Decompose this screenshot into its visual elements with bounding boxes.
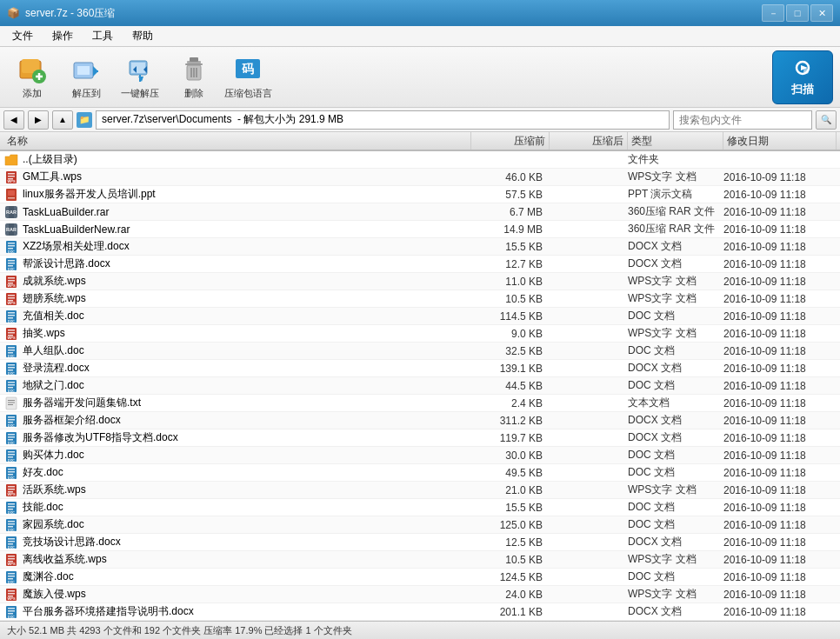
- svg-rect-84: [8, 387, 13, 389]
- search-button[interactable]: 🔍: [816, 110, 837, 130]
- file-type: DOC 文档: [628, 448, 723, 463]
- search-input[interactable]: [673, 110, 812, 130]
- file-date: 2016-10-09 11:18: [723, 571, 837, 583]
- table-row[interactable]: DOC 家园系统.doc125.0 KBDOC 文档2016-10-09 11:…: [0, 516, 840, 534]
- table-row[interactable]: ..(上级目录)文件夹: [0, 151, 840, 169]
- file-date: 2016-10-09 11:18: [723, 276, 837, 288]
- table-row[interactable]: WPS 翅膀系统.wps10.5 KBWPS文字 文档2016-10-09 11…: [0, 290, 840, 308]
- col-header-type[interactable]: 类型: [628, 132, 723, 150]
- svg-text:RAR: RAR: [6, 210, 17, 215]
- file-name: 竞技场设计思路.docx: [23, 535, 471, 549]
- file-icon: [3, 396, 19, 411]
- svg-rect-148: [8, 613, 13, 615]
- up-button[interactable]: ▲: [52, 110, 73, 130]
- file-name: 魔族入侵.wps: [23, 587, 471, 602]
- back-button[interactable]: ◀: [3, 110, 24, 130]
- table-row[interactable]: 服务器端开发问题集锦.txt2.4 KB文本文档2016-10-09 11:18: [0, 395, 840, 412]
- svg-rect-138: [8, 578, 13, 580]
- table-row[interactable]: WPS 成就系统.wps11.0 KBWPS文字 文档2016-10-09 11…: [0, 273, 840, 290]
- file-date: 2016-10-09 11:18: [723, 328, 837, 340]
- table-row[interactable]: DOC 充值相关.doc114.5 KBDOC 文档2016-10-09 11:…: [0, 308, 840, 325]
- table-row[interactable]: DOC 魔渊谷.doc124.5 KBDOC 文档2016-10-09 11:1…: [0, 569, 840, 586]
- svg-rect-79: [8, 369, 13, 371]
- svg-rect-107: [8, 471, 15, 473]
- file-type: DOCX 文档: [628, 535, 723, 549]
- menu-item-工具[interactable]: 工具: [83, 27, 122, 45]
- file-compressed-size: 12.5 KB: [471, 536, 550, 549]
- svg-rect-47: [8, 260, 15, 262]
- file-name: 活跃系统.wps: [23, 483, 471, 497]
- table-row[interactable]: RAR TaskLuaBuilder.rar6.7 MB360压缩 RAR 文件…: [0, 203, 840, 221]
- file-date: 2016-10-09 11:18: [723, 345, 837, 357]
- file-name: 单人组队.doc: [23, 343, 471, 358]
- menu-item-操作[interactable]: 操作: [43, 27, 82, 45]
- file-type: DOC 文档: [628, 343, 723, 358]
- table-row[interactable]: DOC 登录流程.docx139.1 KBDOCX 文档2016-10-09 1…: [0, 360, 840, 377]
- file-list[interactable]: ..(上级目录)文件夹 WPS GM工具.wps46.0 KBWPS文字 文档2…: [0, 151, 840, 621]
- table-row[interactable]: DOC 服务器框架介绍.docx311.2 KBDOCX 文档2016-10-0…: [0, 412, 840, 429]
- svg-rect-86: [6, 397, 17, 409]
- menu-item-文件[interactable]: 文件: [3, 27, 42, 45]
- menu-item-帮助[interactable]: 帮助: [123, 27, 162, 45]
- table-row[interactable]: DOC 技能.doc15.5 KBDOC 文档2016-10-09 11:18: [0, 499, 840, 516]
- scan-button[interactable]: 扫描: [772, 50, 833, 104]
- delete-label: 删除: [184, 87, 203, 100]
- col-header-decompressed[interactable]: 压缩后: [550, 132, 628, 150]
- table-row[interactable]: DOC 购买体力.doc30.0 KBDOC 文档2016-10-09 11:1…: [0, 447, 840, 464]
- svg-rect-68: [8, 332, 15, 334]
- minimize-button[interactable]: －: [762, 4, 784, 22]
- table-row[interactable]: WPS 离线收益系统.wps10.5 KBWPS文字 文档2016-10-09 …: [0, 551, 840, 569]
- file-icon: DOC: [3, 604, 19, 620]
- file-name: 服务器框架介绍.docx: [23, 413, 471, 428]
- file-compressed-size: 125.0 KB: [471, 519, 550, 531]
- col-header-compressed[interactable]: 压缩前: [471, 132, 550, 150]
- address-input[interactable]: [96, 110, 670, 130]
- table-row[interactable]: WPS 魔族入侵.wps24.0 KBWPS文字 文档2016-10-09 11…: [0, 586, 840, 603]
- svg-text:DOC: DOC: [8, 545, 15, 549]
- forward-button[interactable]: ▶: [28, 110, 49, 130]
- col-header-name[interactable]: 名称: [3, 132, 471, 150]
- maximize-button[interactable]: □: [786, 4, 809, 22]
- table-row[interactable]: DOC 竞技场设计思路.docx12.5 KBDOCX 文档2016-10-09…: [0, 534, 840, 551]
- table-row[interactable]: WPS 抽奖.wps9.0 KBWPS文字 文档2016-10-09 11:18: [0, 325, 840, 343]
- svg-rect-91: [8, 416, 15, 418]
- table-row[interactable]: WPS 活跃系统.wps21.0 KBWPS文字 文档2016-10-09 11…: [0, 482, 840, 499]
- file-date: 2016-10-09 11:18: [723, 536, 837, 549]
- add-button[interactable]: 添加: [7, 51, 57, 103]
- table-row[interactable]: DOC XZ2场景相关处理.docx15.5 KBDOCX 文档2016-10-…: [0, 238, 840, 256]
- svg-rect-98: [8, 439, 13, 441]
- delete-button[interactable]: 删除: [169, 51, 219, 103]
- table-row[interactable]: DOC 服务器修改为UTF8指导文档.docx119.7 KBDOCX 文档20…: [0, 429, 840, 447]
- file-icon: WPS: [3, 483, 19, 498]
- svg-rect-89: [8, 404, 13, 405]
- svg-text:DOC: DOC: [8, 354, 15, 357]
- table-row[interactable]: DOC 平台服务器环境搭建指导说明书.docx201.1 KBDOCX 文档20…: [0, 603, 840, 621]
- file-date: 2016-10-09 11:18: [723, 206, 837, 218]
- toolbar: 添加 解压到 一键解压: [0, 47, 840, 108]
- file-date: 2016-10-09 11:18: [723, 484, 837, 496]
- table-row[interactable]: DOC 地狱之门.doc44.5 KBDOC 文档2016-10-09 11:1…: [0, 377, 840, 395]
- table-row[interactable]: DOC 帮派设计思路.docx12.7 KBDOCX 文档2016-10-09 …: [0, 256, 840, 273]
- table-row[interactable]: DOC 好友.doc49.5 KBDOC 文档2016-10-09 11:18: [0, 464, 840, 482]
- extract-button[interactable]: 解压到: [61, 51, 111, 103]
- svg-rect-62: [8, 312, 15, 314]
- svg-rect-52: [8, 277, 15, 279]
- svg-rect-72: [8, 347, 15, 349]
- table-row[interactable]: WPS GM工具.wps46.0 KBWPS文字 文档2016-10-09 11…: [0, 169, 840, 186]
- svg-rect-97: [8, 436, 15, 438]
- svg-rect-29: [8, 176, 15, 177]
- file-date: 2016-10-09 11:18: [723, 189, 837, 201]
- col-header-date[interactable]: 修改日期: [723, 132, 837, 150]
- file-icon: DOC: [3, 500, 19, 516]
- file-type: 360压缩 RAR 文件: [628, 222, 723, 236]
- table-row[interactable]: RAR TaskLuaBuilderNew.rar14.9 MB360压缩 RA…: [0, 221, 840, 238]
- file-compressed-size: 14.9 MB: [471, 223, 550, 236]
- table-row[interactable]: DOC 单人组队.doc32.5 KBDOC 文档2016-10-09 11:1…: [0, 343, 840, 360]
- file-icon: WPS: [3, 552, 19, 568]
- onekey-button[interactable]: 一键解压: [115, 51, 165, 103]
- close-button[interactable]: ✕: [810, 4, 833, 22]
- table-row[interactable]: linux服务器开发人员培训.ppt57.5 KBPPT 演示文稿2016-10…: [0, 186, 840, 203]
- file-date: 2016-10-09 11:18: [723, 467, 837, 479]
- file-type: DOCX 文档: [628, 256, 723, 271]
- lang-button[interactable]: 码 压缩包语言: [223, 51, 273, 103]
